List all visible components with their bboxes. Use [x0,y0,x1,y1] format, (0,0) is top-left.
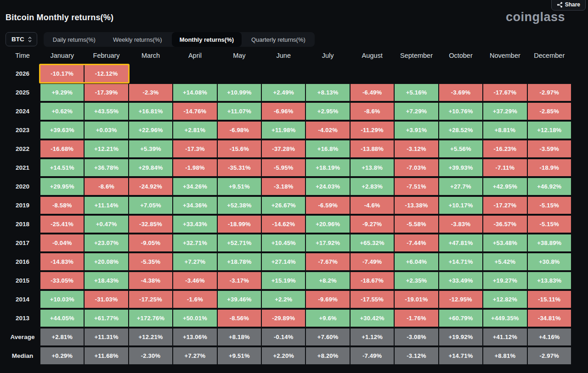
return-cell: +7.27% [173,253,216,270]
return-cell: +39.93% [439,159,482,176]
return-cell: +17.92% [306,234,349,251]
return-cell: +20.96% [306,216,349,233]
row-label: 2020 [6,178,40,195]
return-cell: +16.8% [306,140,349,157]
page-title: Bitcoin Monthly returns(%) [6,13,113,22]
return-cell: +8.13% [306,84,349,101]
return-cell: +3.91% [395,122,438,139]
column-header: November [483,49,526,62]
return-cell: +43.55% [85,103,128,120]
return-cell: +9.51% [218,178,261,195]
return-cell: +18.19% [306,159,349,176]
return-cell: +2.2% [262,291,305,308]
return-cell: -19.01% [395,291,438,308]
return-cell: +8.18% [218,328,261,345]
return-cell: +19.92% [439,328,482,345]
tab-monthly-returns[interactable]: Monthly returns(%) [172,32,242,47]
return-cell: +7.29% [395,103,438,120]
return-cell: -17.39% [85,84,128,101]
return-cell: -7.51% [395,178,438,195]
share-icon [557,2,563,8]
return-cell: -7.11% [483,159,526,176]
return-cell: +30.8% [528,253,571,270]
return-cell: +2.83% [351,178,394,195]
return-cell: +11.14% [85,197,128,214]
return-cell: +13.83% [528,272,571,289]
return-cell: +33.43% [173,216,216,233]
return-cell: -1.76% [395,310,438,327]
column-header: April [173,49,216,62]
return-cell: +37.29% [483,103,526,120]
row-label: 2021 [6,159,40,176]
return-cell: +36.78% [85,159,128,176]
return-cell: -8.58% [40,197,84,214]
tab-quarterly-returns[interactable]: Quarterly returns(%) [243,32,313,47]
return-cell: -9.27% [351,216,394,233]
column-header: September [395,49,438,62]
return-cell: -6.59% [306,197,349,214]
return-cell: -8.6% [351,103,394,120]
row-label: 2017 [6,234,40,251]
return-cell: +18.78% [218,253,261,270]
return-cell: +52.71% [218,234,261,251]
return-cell: +10.45% [262,234,305,251]
return-cell: +5.42% [483,253,526,270]
app-root: Share Bitcoin Monthly returns(%) coingla… [0,0,588,373]
return-cell: -6.98% [218,122,261,139]
return-cell: -31.03% [85,291,128,308]
return-cell: +2.49% [262,84,305,101]
return-cell: -3.18% [262,178,305,195]
table-row: Median+0.29%+11.68%-2.30%+7.27%+9.51%+2.… [6,347,571,364]
share-button[interactable]: Share [551,0,586,11]
tab-daily-returns[interactable]: Daily returns(%) [45,32,103,47]
return-cell: -34.81% [528,310,571,327]
return-cell: +14.71% [439,347,482,364]
return-cell: +2.35% [395,272,438,289]
column-header: May [218,49,261,62]
symbol-select-value: BTC [11,36,24,43]
return-cell: +7.60% [306,328,349,345]
return-cell: +60.79% [439,310,482,327]
return-cell: +12.21% [85,140,128,157]
row-label: 2013 [6,310,40,327]
return-cell: +10.03% [40,291,84,308]
return-cell: +52.38% [218,197,261,214]
return-cell: -5.35% [129,253,172,270]
row-label: 2023 [6,122,40,139]
return-cell: -8.6% [85,178,128,195]
return-cell: -3.12% [395,347,438,364]
return-cell: -13.38% [395,197,438,214]
tab-weekly-returns[interactable]: Weekly returns(%) [105,32,170,47]
table-row: 2017-0.04%+23.07%-9.05%+32.71%+52.71%+10… [6,234,571,251]
return-cell: -0.04% [40,234,84,251]
return-cell: -16.68% [40,140,84,157]
return-cell: +20.08% [85,253,128,270]
return-cell: +10.99% [218,84,261,101]
row-label: 2018 [6,216,40,233]
table-row: 2014+10.03%-31.03%-17.25%-1.6%+39.46%+2.… [6,291,571,308]
return-cell: +15.19% [262,272,305,289]
return-cell: -16.23% [483,140,526,157]
row-label: Median [6,347,40,364]
return-cell: -7.49% [351,253,394,270]
return-cell: +29.84% [129,159,172,176]
return-cell: +172.76% [129,310,172,327]
return-cell: +42.95% [483,178,526,195]
column-header: July [306,49,349,62]
return-cell: -33.05% [40,272,84,289]
return-cell: -3.17% [218,272,261,289]
table-row: 2026-10.17%-12.12% [6,65,571,82]
return-cell: +4.16% [528,328,571,345]
return-cell: +24.03% [306,178,349,195]
column-header: June [262,49,305,62]
return-cell: -7.03% [395,159,438,176]
column-header: January [40,49,84,62]
return-cell: -4.6% [351,197,394,214]
return-cell: +27.7% [439,178,482,195]
return-cell: -1.98% [173,159,216,176]
return-cell: +33.49% [439,272,482,289]
symbol-select[interactable]: BTC [6,32,37,46]
return-cell: -3.12% [395,140,438,157]
column-header: October [439,49,482,62]
return-cell: +2.20% [262,347,305,364]
